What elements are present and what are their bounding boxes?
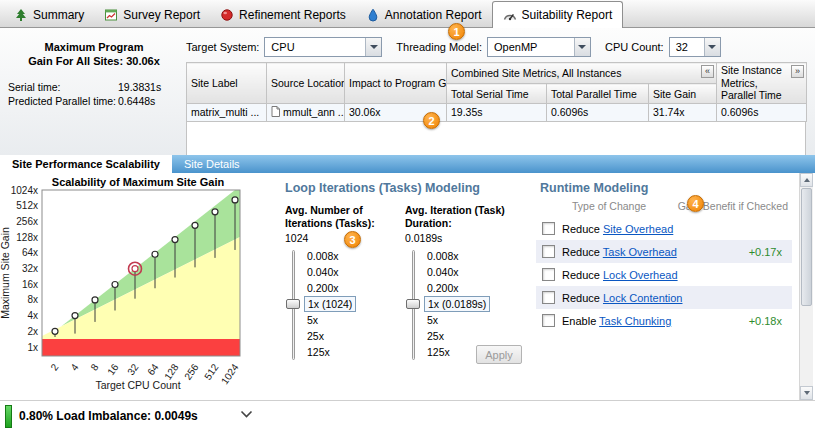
iterations-slider[interactable]: 0.008x 0.040x 0.200x 1x (1024) 5x 25x 12… [285, 248, 403, 362]
cpu-count-label: CPU Count: [605, 41, 664, 53]
tab-summary[interactable]: Summary [4, 3, 94, 27]
group-header-combined-metrics[interactable]: Combined Site Metrics, All Instances « [447, 63, 717, 84]
svg-text:128x: 128x [16, 232, 38, 243]
reduce-site-overhead-checkbox[interactable] [542, 222, 555, 235]
down-arrow-icon [804, 391, 810, 395]
runtime-modeling-title: Runtime Modeling [540, 181, 648, 195]
enable-task-chunking-checkbox[interactable] [542, 314, 555, 327]
runtime-rows: Reduce Site Overhead Reduce Task Overhea… [536, 217, 792, 332]
tab-label: Survey Report [123, 8, 200, 22]
dropdown-arrow-icon[interactable] [574, 38, 590, 56]
reduce-task-overhead-checkbox[interactable] [542, 245, 555, 258]
threading-model-select[interactable]: OpenMP [487, 37, 591, 57]
runtime-row-site-overhead: Reduce Site Overhead [536, 217, 792, 240]
scalability-chart[interactable]: 1x2x4x8x16x32x64x128x256x512x1024x248163… [0, 173, 268, 400]
duration-value: 0.0189s [405, 232, 523, 244]
tab-label: Summary [33, 8, 84, 22]
callout-badge-2: 2 [423, 112, 440, 129]
survey-report-icon [104, 8, 118, 22]
svg-text:512: 512 [202, 361, 221, 381]
site-metrics-table: Site Label Source Location Impact to Pro… [186, 62, 807, 122]
svg-text:8x: 8x [27, 294, 38, 305]
report-tabbar: Summary Survey Report Refinement Reports… [0, 0, 815, 28]
status-footer: 0.80% Load Imbalance: 0.0049s [0, 400, 815, 431]
tab-label: Refinement Reports [239, 8, 346, 22]
iterations-slider-thumb[interactable] [286, 299, 300, 309]
selected-tick: 1x (1024) [304, 296, 356, 312]
load-imbalance-bar-icon [5, 405, 12, 428]
expand-columns-button[interactable]: » [791, 65, 804, 78]
cpu-count-select[interactable]: 32 [669, 37, 721, 57]
collapse-columns-button[interactable]: « [701, 65, 714, 78]
report-header-panel: Maximum Program Gain For All Sites: 30.0… [0, 28, 815, 155]
svg-text:Target CPU Count: Target CPU Count [95, 379, 180, 391]
type-of-change-header: Type of Change [572, 200, 646, 212]
task-overhead-link[interactable]: Task Overhead [603, 246, 677, 258]
tab-refinement-reports[interactable]: Refinement Reports [210, 3, 356, 27]
gain-benefit-value: +0.17x [749, 246, 786, 258]
target-system-label: Target System: [186, 41, 259, 53]
cpu-count-control: CPU Count: 32 [605, 37, 721, 57]
summary-tree-icon [14, 8, 28, 22]
reduce-lock-overhead-checkbox[interactable] [542, 268, 555, 281]
svg-text:4: 4 [68, 361, 80, 372]
svg-text:256x: 256x [16, 216, 38, 227]
site-row[interactable]: matrix_multi ... mmult_ann ... 30.06x 19… [187, 103, 807, 121]
svg-text:64x: 64x [22, 247, 38, 258]
vertical-scrollbar[interactable] [799, 173, 813, 400]
serial-time-value: 19.3831s [118, 81, 180, 93]
col-header-source-location[interactable]: Source Location [267, 63, 345, 104]
scroll-down-button[interactable] [800, 386, 813, 400]
apply-button[interactable]: Apply [476, 345, 522, 364]
runtime-column-headers: Type of Change Gain Benefit if Checked [536, 200, 792, 212]
scrollbar-thumb[interactable] [801, 188, 812, 306]
task-chunking-link[interactable]: Task Chunking [599, 315, 671, 327]
scroll-up-button[interactable] [800, 173, 813, 187]
col-header-total-serial[interactable]: Total Serial Time [447, 84, 547, 103]
dropdown-arrow-icon[interactable] [365, 38, 381, 56]
loop-modeling-panel: Loop Iterations (Tasks) Modeling Avg. Nu… [272, 173, 530, 400]
tab-suitability-report[interactable]: Suitability Report [492, 1, 624, 28]
duration-modeling: Avg. Iteration (Task) Duration: 0.0189s … [405, 204, 523, 362]
svg-text:8: 8 [88, 361, 100, 372]
lock-contention-link[interactable]: Lock Contention [603, 292, 683, 304]
iterations-label: Avg. Number of Iterations (Tasks): [285, 204, 403, 230]
tab-survey-report[interactable]: Survey Report [94, 3, 210, 27]
dropdown-arrow-icon[interactable] [704, 38, 720, 56]
group-header-instance-metrics[interactable]: Site Instance Metrics, Parallel Time » [717, 63, 807, 104]
col-header-total-parallel[interactable]: Total Parallel Time [547, 84, 649, 103]
max-program-gain-text: Maximum Program Gain For All Sites: 30.0… [8, 40, 180, 69]
site-overhead-link[interactable]: Site Overhead [603, 223, 673, 235]
suitability-report-window: Summary Survey Report Refinement Reports… [0, 0, 815, 431]
tab-annotation-report[interactable]: Annotation Report [356, 3, 492, 27]
chevron-down-icon[interactable] [240, 409, 254, 419]
subtab-site-performance-scalability[interactable]: Site Performance Scalability [0, 155, 172, 173]
cell-instance-parallel: 0.6096s [717, 103, 807, 121]
suitability-gauge-icon [503, 8, 517, 22]
tab-label: Suitability Report [522, 8, 613, 22]
table-empty-area [186, 122, 806, 158]
callout-badge-1: 1 [448, 23, 465, 40]
selected-tick: 1x (0.0189s) [424, 296, 490, 312]
program-gain-summary: Maximum Program Gain For All Sites: 30.0… [8, 40, 180, 107]
svg-text:32x: 32x [22, 263, 38, 274]
scalability-chart-panel: 1x2x4x8x16x32x64x128x256x512x1024x248163… [0, 173, 268, 400]
up-arrow-icon [804, 178, 810, 182]
source-file-icon [271, 106, 280, 119]
col-header-site-gain[interactable]: Site Gain [649, 84, 717, 103]
duration-slider-thumb[interactable] [406, 299, 420, 309]
serial-time-label: Serial time: [8, 81, 118, 93]
runtime-row-task-overhead: Reduce Task Overhead +0.17x [536, 240, 792, 263]
svg-text:4x: 4x [27, 310, 38, 321]
runtime-row-lock-contention: Reduce Lock Contention [536, 286, 792, 309]
reduce-lock-contention-checkbox[interactable] [542, 291, 555, 304]
site-view-tabstrip: Site Performance Scalability Site Detail… [0, 155, 815, 173]
threading-model-label: Threading Model: [396, 41, 482, 53]
target-system-select[interactable]: CPU [264, 37, 382, 57]
iterations-slider-track[interactable] [285, 248, 302, 362]
col-header-impact[interactable]: Impact to Program Gain [345, 63, 447, 104]
lock-overhead-link[interactable]: Lock Overhead [603, 269, 678, 281]
duration-slider-track[interactable] [405, 248, 422, 362]
subtab-site-details[interactable]: Site Details [172, 155, 252, 173]
col-header-site-label[interactable]: Site Label [187, 63, 267, 104]
